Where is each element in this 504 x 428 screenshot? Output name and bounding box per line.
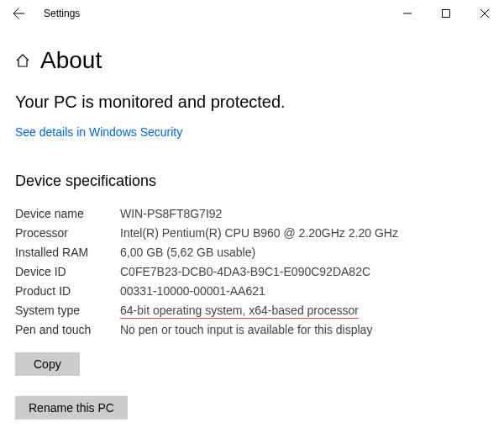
spec-label: Device name	[15, 207, 120, 220]
spec-row-device-name: Device name WIN-PS8FT8G7I92	[15, 207, 489, 220]
close-icon	[480, 9, 489, 18]
spec-label: Processor	[15, 226, 120, 240]
window-title: Settings	[44, 8, 80, 19]
copy-button[interactable]: Copy	[15, 352, 80, 376]
spec-label: Pen and touch	[15, 323, 120, 336]
specs-heading: Device specifications	[15, 172, 489, 190]
spec-row-processor: Processor Intel(R) Pentium(R) CPU B960 @…	[15, 226, 489, 240]
page-header: About	[15, 47, 489, 74]
rename-pc-button[interactable]: Rename this PC	[15, 396, 128, 420]
spec-label: Device ID	[15, 265, 120, 278]
spec-value: 00331-10000-00001-AA621	[120, 284, 265, 298]
spec-value: 64-bit operating system, x64-based proce…	[120, 304, 359, 317]
minimize-icon	[403, 9, 412, 18]
back-button[interactable]	[5, 0, 32, 27]
maximize-button[interactable]	[427, 0, 465, 27]
titlebar: Settings	[0, 0, 504, 27]
spec-label: Installed RAM	[15, 246, 120, 259]
spec-label: System type	[15, 304, 120, 317]
spec-label: Product ID	[15, 284, 120, 298]
spec-row-device-id: Device ID C0FE7B23-DCB0-4DA3-B9C1-E090C9…	[15, 265, 489, 278]
spec-row-product-id: Product ID 00331-10000-00001-AA621	[15, 284, 489, 298]
maximize-icon	[442, 9, 450, 18]
window-controls	[388, 0, 504, 27]
spec-value: Intel(R) Pentium(R) CPU B960 @ 2.20GHz 2…	[120, 226, 398, 240]
svg-rect-0	[443, 10, 450, 18]
spec-row-system-type: System type 64-bit operating system, x64…	[15, 304, 489, 317]
minimize-button[interactable]	[388, 0, 427, 27]
specs-table: Device name WIN-PS8FT8G7I92 Processor In…	[15, 207, 489, 336]
spec-value: C0FE7B23-DCB0-4DA3-B9C1-E090C92DA82C	[120, 265, 370, 278]
spec-row-pen-touch: Pen and touch No pen or touch input is a…	[15, 323, 489, 336]
security-link[interactable]: See details in Windows Security	[15, 125, 182, 139]
protection-status: Your PC is monitored and protected.	[15, 92, 489, 112]
home-icon[interactable]	[15, 53, 30, 68]
content-area: About Your PC is monitored and protected…	[0, 47, 504, 428]
close-button[interactable]	[465, 0, 504, 27]
arrow-left-icon	[12, 7, 25, 20]
spec-value: 6,00 GB (5,62 GB usable)	[120, 246, 255, 259]
spec-value: WIN-PS8FT8G7I92	[120, 207, 222, 220]
spec-value: No pen or touch input is available for t…	[120, 323, 372, 336]
highlighted-value: 64-bit operating system, x64-based proce…	[120, 304, 359, 319]
spec-row-ram: Installed RAM 6,00 GB (5,62 GB usable)	[15, 246, 489, 259]
page-title: About	[40, 47, 102, 74]
